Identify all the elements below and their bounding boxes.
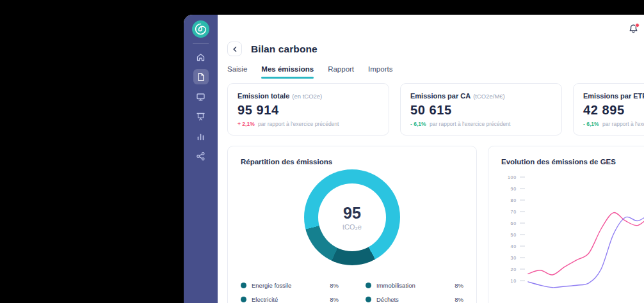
back-button[interactable] bbox=[227, 42, 242, 56]
tab-mes-emissions[interactable]: Mes émissions bbox=[261, 65, 314, 79]
stat-footnote: - 6,1% par rapport à l'exercice précéden… bbox=[410, 121, 552, 127]
chevron-left-icon bbox=[231, 45, 239, 53]
stat-delta: - 6,1% bbox=[410, 121, 426, 127]
evolution-title: Evolution des émissions de GES bbox=[501, 158, 644, 166]
sidebar-item-documents[interactable] bbox=[193, 69, 209, 84]
donut-total: 95 bbox=[343, 204, 361, 222]
svg-text:80: 80 bbox=[511, 198, 517, 203]
legend-dot bbox=[241, 297, 246, 302]
stat-unit: (tCO2e/M€) bbox=[473, 93, 505, 100]
svg-text:100: 100 bbox=[508, 175, 517, 180]
stat-title-row: Emissions par ETP (tCO2e/ETP) bbox=[583, 92, 644, 100]
legend-label: Déchets bbox=[376, 296, 399, 303]
legend-value: 8% bbox=[330, 282, 339, 289]
stat-delta: + 2,1% bbox=[237, 121, 255, 127]
legend-item-energie-fossile: Energie fossile 8% bbox=[241, 282, 339, 289]
notifications-button[interactable] bbox=[625, 22, 641, 38]
legend-value: 8% bbox=[455, 282, 463, 289]
svg-text:60: 60 bbox=[511, 221, 517, 226]
svg-text:30: 30 bbox=[511, 256, 517, 260]
legend-dot bbox=[241, 283, 246, 288]
tab-rapport[interactable]: Rapport bbox=[328, 65, 354, 79]
donut-legend: Energie fossile 8% Immobilisation 8% Ele… bbox=[241, 282, 463, 303]
stat-title: Emissions par ETP bbox=[583, 92, 644, 100]
bar-chart-icon bbox=[196, 132, 205, 141]
stat-note: par rapport à l'exercice précédent bbox=[602, 121, 644, 127]
svg-text:20: 20 bbox=[511, 267, 517, 272]
stat-card-emissions-par-ca: Emissions par CA (tCO2e/M€) 50 615 - 6,1… bbox=[400, 83, 562, 136]
stat-cards: Emission totale (en tCO2e) 95 914 + 2,1%… bbox=[227, 83, 644, 136]
desktop-background: Bilan carbone Saisie Mes émissions Rappo… bbox=[0, 0, 644, 303]
svg-text:70: 70 bbox=[511, 210, 517, 214]
svg-text:40: 40 bbox=[511, 244, 517, 249]
logo-spiral-icon bbox=[192, 20, 209, 38]
legend-dot bbox=[366, 283, 371, 288]
stat-footnote: + 2,1% par rapport à l'exercice précéden… bbox=[237, 121, 379, 127]
monitor-icon bbox=[196, 92, 205, 102]
stat-title: Emissions par CA bbox=[410, 92, 471, 100]
svg-text:50: 50 bbox=[511, 233, 517, 237]
stat-footnote: - 6,1% par rapport à l'exercice précéden… bbox=[583, 121, 644, 127]
svg-text:10: 10 bbox=[511, 279, 517, 283]
sidebar-item-hierarchy[interactable] bbox=[193, 148, 209, 164]
main-content: Bilan carbone Saisie Mes émissions Rappo… bbox=[218, 15, 644, 303]
legend-label: Immobilisation bbox=[376, 282, 415, 289]
sidebar-nav bbox=[193, 49, 209, 164]
repartition-title: Répartition des émissions bbox=[241, 158, 463, 166]
stat-card-emissions-par-etp: Emissions par ETP (tCO2e/ETP) 42 895 - 6… bbox=[573, 83, 644, 136]
app-logo[interactable] bbox=[192, 20, 209, 38]
stat-title-row: Emission totale (en tCO2e) bbox=[237, 92, 379, 100]
sidebar-divider bbox=[193, 43, 209, 44]
stat-note: par rapport à l'exercice précédent bbox=[258, 121, 339, 127]
evolution-card: Evolution des émissions de GES 100908070… bbox=[488, 146, 644, 303]
sidebar-item-home[interactable] bbox=[193, 49, 209, 65]
page-title: Bilan carbone bbox=[251, 43, 318, 55]
legend-dot bbox=[366, 297, 371, 302]
presentation-screen-icon bbox=[196, 112, 205, 121]
repartition-card: Répartition des émissions 95 tCO₂e En bbox=[227, 146, 477, 303]
legend-value: 8% bbox=[455, 296, 463, 303]
tabs: Saisie Mes émissions Rapport Imports bbox=[227, 65, 392, 79]
notification-badge bbox=[635, 23, 640, 27]
repartition-donut: 95 tCO₂e bbox=[304, 169, 400, 265]
evolution-chart: 100908070605040302010 bbox=[501, 171, 644, 303]
stat-delta: - 6,1% bbox=[583, 121, 599, 127]
donut-unit: tCO₂e bbox=[342, 223, 362, 231]
home-icon bbox=[196, 52, 205, 62]
app-window: Bilan carbone Saisie Mes émissions Rappo… bbox=[184, 15, 644, 303]
chart-cards: Répartition des émissions 95 tCO₂e En bbox=[227, 146, 644, 303]
stat-value: 42 895 bbox=[583, 103, 644, 118]
legend-item-dechets: Déchets 8% bbox=[366, 296, 463, 303]
hierarchy-icon bbox=[196, 152, 205, 161]
tab-saisie[interactable]: Saisie bbox=[227, 65, 247, 79]
sidebar-item-chart[interactable] bbox=[193, 128, 209, 144]
tab-imports[interactable]: Imports bbox=[368, 65, 392, 79]
sidebar-item-screen[interactable] bbox=[193, 109, 209, 124]
legend-item-immobilisation: Immobilisation 8% bbox=[366, 282, 463, 289]
svg-text:90: 90 bbox=[511, 187, 517, 191]
sidebar-item-monitor[interactable] bbox=[193, 89, 209, 104]
stat-value: 95 914 bbox=[237, 103, 379, 118]
stat-title: Emission totale bbox=[237, 92, 289, 100]
page-header: Bilan carbone bbox=[227, 42, 318, 56]
stat-note: par rapport à l'exercice précédent bbox=[430, 121, 510, 127]
stat-card-emission-totale: Emission totale (en tCO2e) 95 914 + 2,1%… bbox=[227, 83, 389, 136]
donut-center: 95 tCO₂e bbox=[318, 183, 386, 251]
stat-title-row: Emissions par CA (tCO2e/M€) bbox=[410, 92, 552, 100]
document-icon bbox=[196, 72, 205, 82]
sidebar bbox=[184, 15, 218, 303]
legend-label: Energie fossile bbox=[252, 282, 291, 289]
donut-wrap: 95 tCO₂e bbox=[241, 169, 463, 265]
stat-unit: (en tCO2e) bbox=[292, 93, 322, 100]
legend-label: Electricité bbox=[252, 296, 278, 303]
legend-value: 8% bbox=[330, 296, 339, 303]
stat-value: 50 615 bbox=[410, 103, 552, 118]
legend-item-electricite: Electricité 8% bbox=[241, 296, 339, 303]
